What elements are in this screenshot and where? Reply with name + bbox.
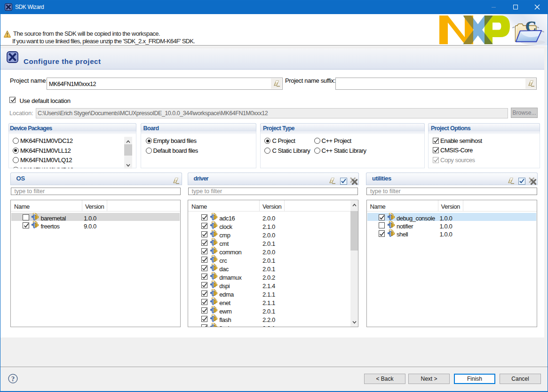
svg-text:?: ? (11, 375, 15, 383)
